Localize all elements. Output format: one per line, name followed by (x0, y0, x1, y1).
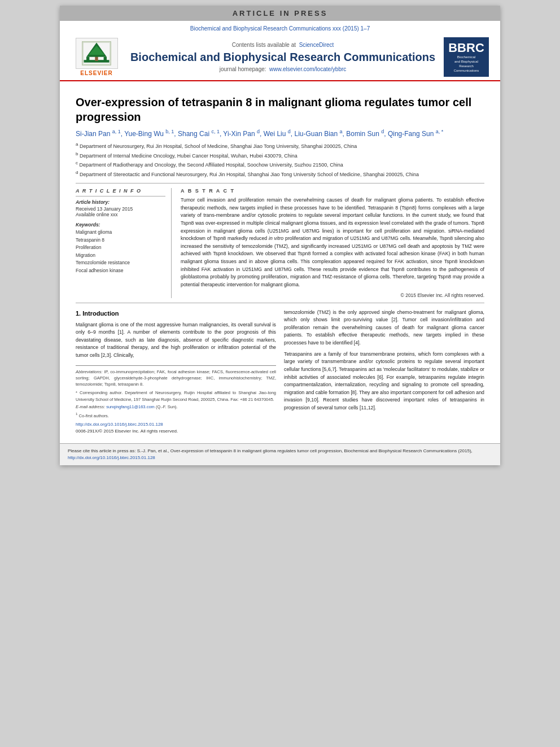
article-history-label: Article history: (76, 199, 165, 205)
svg-marker-5 (89, 46, 105, 55)
copyright: © 2015 Elsevier Inc. All rights reserved… (181, 292, 484, 298)
svg-rect-2 (104, 57, 107, 61)
body-col-left: 1. Introduction Malignant glioma is one … (76, 309, 276, 438)
keywords-label: Keywords: (76, 222, 165, 228)
page: ARTICLE IN PRESS Biochemical and Biophys… (60, 6, 500, 465)
svg-rect-1 (86, 57, 89, 61)
email-line: E-mail address: sunqingfang11@163.com (Q… (76, 404, 276, 410)
article-title: Over-expression of tetraspanin 8 in mali… (76, 95, 484, 124)
aip-banner-text: ARTICLE IN PRESS (233, 9, 328, 18)
corresponding-text: * Corresponding author. Department of Ne… (76, 390, 276, 403)
article-info-title: A R T I C L E I N F O (76, 188, 165, 194)
intro-col1-text: Malignant glioma is one of the most aggr… (76, 321, 276, 360)
keyword-4: Migration (76, 252, 165, 260)
journal-title-center: Contents lists available at ScienceDirec… (122, 42, 444, 72)
affiliation-c: c Department of Radiotherapy and Oncolog… (76, 160, 484, 169)
keyword-5: Temozolomide resistance (76, 259, 165, 267)
intro-col2-para1: temozolomide (TMZ) is the only approved … (284, 309, 484, 347)
journal-title-line-text: Biochemical and Biophysical Research Com… (190, 25, 370, 32)
body-two-col: 1. Introduction Malignant glioma is one … (76, 309, 484, 438)
journal-title-line: Biochemical and Biophysical Research Com… (71, 23, 489, 33)
available-online: Available online xxx (76, 212, 165, 217)
these-results-text: These results (308, 267, 338, 272)
keyword-3: Proliferation (76, 244, 165, 252)
authors-line: Si-Jian Pan a, 1, Yue-Bing Wu b, 1, Shan… (76, 129, 484, 138)
sciencedirect-link[interactable]: ScienceDirect (299, 42, 334, 48)
authors-text: Si-Jian Pan a, 1, Yue-Bing Wu b, 1, Shan… (76, 130, 443, 138)
received-date: Received 13 January 2015 (76, 206, 165, 212)
keyword-6: Focal adhesion kinase (76, 267, 165, 275)
cite-box: Please cite this article in press as: S.… (60, 443, 500, 465)
abstract-text: Tumor cell invasion and proliferation re… (181, 196, 484, 289)
journal-header: Biochemical and Biophysical Research Com… (60, 21, 500, 81)
bbrc-text: BBRC (448, 41, 484, 55)
footnotes: Abbreviations: IP, co-immunoprecipitatio… (76, 365, 276, 419)
abbreviations-text: Abbreviations: IP, co-immunoprecipitatio… (76, 369, 276, 388)
elsevier-logo-box (76, 38, 118, 69)
elsevier-logo: ELSEVIER (71, 38, 122, 76)
aip-banner: ARTICLE IN PRESS (60, 6, 500, 21)
cite-prefix: Please cite this article in press as: S.… (68, 448, 473, 453)
homepage-link[interactable]: www.elsevier.com/locate/ybbrc (269, 66, 346, 72)
elsevier-label: ELSEVIER (80, 70, 112, 76)
cofirst-text: 1 Co-first authors. (76, 411, 276, 419)
email-link[interactable]: sunqingfang11@163.com (106, 404, 155, 409)
abstract-title: A B S T R A C T (181, 188, 484, 194)
journal-homepage: journal homepage: www.elsevier.com/locat… (128, 66, 438, 72)
affiliation-d: d Department of Stereotactic and Functio… (76, 169, 484, 179)
contents-line: Contents lists available at ScienceDirec… (128, 42, 438, 48)
main-content: Over-expression of tetraspanin 8 in mali… (60, 81, 500, 443)
abstract-panel: A B S T R A C T Tumor cell invasion and … (181, 188, 484, 298)
keyword-1: Malignant glioma (76, 229, 165, 237)
affiliation-a: a Department of Neurosurgery, Rui Jin Ho… (76, 141, 484, 151)
doi-section: http://dx.doi.org/10.1016/j.bbrc.2015.01… (76, 419, 276, 438)
bbrc-logo: BBRC Biochemicaland BiophysicalResearchC… (444, 37, 489, 77)
article-info-abstract: A R T I C L E I N F O Article history: R… (76, 183, 484, 298)
article-info-panel: A R T I C L E I N F O Article history: R… (76, 188, 172, 298)
body-col-right: temozolomide (TMZ) is the only approved … (284, 309, 484, 438)
section-divider (76, 303, 484, 303)
affiliations: a Department of Neurosurgery, Rui Jin Ho… (76, 141, 484, 178)
affiliation-b: b Department of Internal Medicine Oncolo… (76, 151, 484, 160)
intro-col2-para2: Tetraspanins are a family of four transm… (284, 351, 484, 412)
keywords-list: Malignant glioma Tetraspanin 8 Prolifera… (76, 229, 165, 275)
cite-doi-link[interactable]: http://dx.doi.org/10.1016/j.bbrc.2015.01… (68, 455, 155, 460)
doi-link[interactable]: http://dx.doi.org/10.1016/j.bbrc.2015.01… (76, 422, 163, 427)
doi-copyright: 0006-291X/© 2015 Elsevier Inc. All right… (76, 429, 178, 434)
introduction-heading: 1. Introduction (76, 309, 276, 318)
keyword-2: Tetraspanin 8 (76, 237, 165, 244)
journal-header-inner: ELSEVIER Contents lists available at Sci… (71, 33, 489, 80)
journal-main-title: Biochemical and Biophysical Research Com… (128, 50, 438, 64)
